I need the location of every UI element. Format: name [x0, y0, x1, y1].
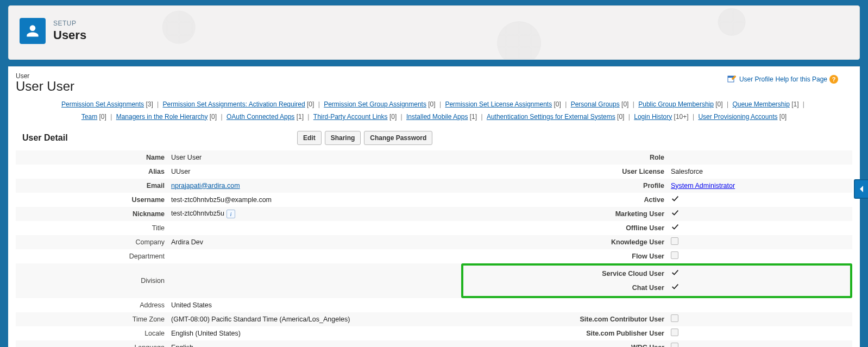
email-link[interactable]: nprajapati@ardira.com: [171, 182, 240, 190]
value-department: [168, 249, 461, 263]
value-nickname: test-ztc0hntvbz5ui: [168, 207, 461, 221]
user-profile-link[interactable]: User Profile: [739, 75, 773, 83]
related-link[interactable]: Team: [81, 113, 97, 121]
value-address: United States: [168, 298, 461, 312]
check-icon: [671, 211, 680, 219]
label-marketing: Marketing User: [461, 207, 668, 221]
related-link[interactable]: User Provisioning Accounts: [698, 113, 777, 121]
label-role: Role: [461, 150, 668, 165]
related-link[interactable]: Installed Mobile Apps: [406, 113, 468, 121]
related-link[interactable]: Permission Set Group Assignments: [324, 100, 426, 108]
related-link[interactable]: OAuth Connected Apps: [227, 113, 294, 121]
value-knowledge: [668, 235, 852, 249]
value-active: [668, 193, 852, 207]
related-link-count: [0]: [615, 113, 625, 121]
label-name: Name: [16, 150, 168, 165]
value-email: nprajapati@ardira.com: [168, 179, 461, 193]
unchecked-box-icon: [671, 251, 678, 259]
related-link[interactable]: Permission Set Assignments: Activation R…: [163, 100, 305, 108]
value-marketing: [668, 207, 852, 221]
related-link-count: [0]: [97, 113, 106, 121]
label-active: Active: [461, 193, 668, 207]
label-language: Language: [16, 340, 168, 347]
check-icon: [671, 285, 680, 293]
related-link[interactable]: Authentication Settings for External Sys…: [487, 113, 615, 121]
related-link[interactable]: Managers in the Role Hierarchy: [116, 113, 208, 121]
value-alias: UUser: [168, 165, 461, 179]
related-link[interactable]: Queue Membership: [732, 100, 789, 108]
label-title: Title: [16, 221, 168, 235]
check-icon: [671, 197, 680, 205]
related-link-count: [0]: [552, 100, 561, 108]
label-alias: Alias: [16, 165, 168, 179]
related-link[interactable]: Login History: [634, 113, 672, 121]
value-site-pub: [668, 326, 852, 340]
value-company: Ardira Dev: [168, 235, 461, 249]
content-scroll[interactable]: User ProfileHelp for this Page ? User Us…: [8, 67, 860, 347]
label-knowledge: Knowledge User: [461, 235, 668, 249]
related-link[interactable]: Permission Set Assignments: [61, 100, 144, 108]
label-site-contrib: Site.com Contributor User: [461, 312, 668, 326]
related-link-count: [0]: [426, 100, 436, 108]
label-license: User License: [461, 165, 668, 179]
change-password-button[interactable]: Change Password: [364, 131, 432, 145]
help-icon[interactable]: ?: [829, 75, 838, 84]
label-nickname: Nickname: [16, 207, 168, 221]
check-icon: [671, 225, 680, 233]
section-title: User Detail: [16, 133, 124, 143]
label-chat: Chat User: [466, 281, 668, 295]
related-link-count: [1]: [790, 100, 799, 108]
sharing-button[interactable]: Sharing: [325, 131, 361, 145]
label-division: Division: [16, 263, 168, 298]
related-link-count: [0]: [388, 113, 397, 121]
edit-layout-icon[interactable]: [727, 74, 737, 84]
help-page-link[interactable]: Help for this Page: [776, 75, 827, 83]
related-link[interactable]: Personal Groups: [571, 100, 620, 108]
value-division: [168, 263, 461, 298]
label-profile: Profile: [461, 179, 668, 193]
related-link-count: [10+]: [672, 113, 688, 121]
value-locale: English (United States): [168, 326, 461, 340]
related-link-count: [1]: [468, 113, 477, 121]
value-username: test-ztc0hntvbz5u@example.com: [168, 193, 461, 207]
value-role: [668, 150, 852, 165]
label-email: Email: [16, 179, 168, 193]
related-link-count: [0]: [714, 100, 723, 108]
related-links: Permission Set Assignments [3] | Permiss…: [16, 98, 852, 123]
edit-button[interactable]: Edit: [297, 131, 322, 145]
unchecked-box-icon: [671, 314, 678, 322]
related-link-count: [0]: [207, 113, 217, 121]
check-icon: [671, 271, 680, 279]
info-icon[interactable]: i: [227, 210, 235, 218]
unchecked-box-icon: [671, 329, 678, 336]
expand-panel-tab[interactable]: [854, 179, 868, 199]
unchecked-box-icon: [671, 343, 678, 347]
value-offline: [668, 221, 852, 235]
related-link-count: [3]: [144, 100, 153, 108]
value-language: English: [168, 340, 461, 347]
related-link[interactable]: Public Group Membership: [638, 100, 714, 108]
highlight-box: Service Cloud User Chat User: [461, 263, 852, 298]
value-license: Salesforce: [668, 165, 852, 179]
value-wdc: [668, 340, 852, 347]
value-site-contrib: [668, 312, 852, 326]
setup-header: SETUP Users: [8, 5, 860, 60]
label-company: Company: [16, 235, 168, 249]
breadcrumb: SETUP: [53, 20, 86, 27]
related-link[interactable]: Third-Party Account Links: [313, 113, 388, 121]
value-flow: [668, 249, 852, 263]
user-icon: [20, 18, 46, 44]
value-service-cloud: [668, 267, 848, 281]
value-name: User User: [168, 150, 461, 165]
label-wdc: WDC User: [461, 340, 668, 347]
value-timezone: (GMT-08:00) Pacific Standard Time (Ameri…: [168, 312, 461, 326]
user-detail-table: Name User User Role Alias UUser User Lic…: [16, 150, 852, 347]
value-chat: [668, 281, 848, 295]
label-site-pub: Site.com Publisher User: [461, 326, 668, 340]
label-flow: Flow User: [461, 249, 668, 263]
profile-link[interactable]: System Administrator: [671, 182, 735, 190]
label-address: Address: [16, 298, 168, 312]
label-username: Username: [16, 193, 168, 207]
related-link-count: [0]: [620, 100, 629, 108]
related-link[interactable]: Permission Set License Assignments: [445, 100, 552, 108]
